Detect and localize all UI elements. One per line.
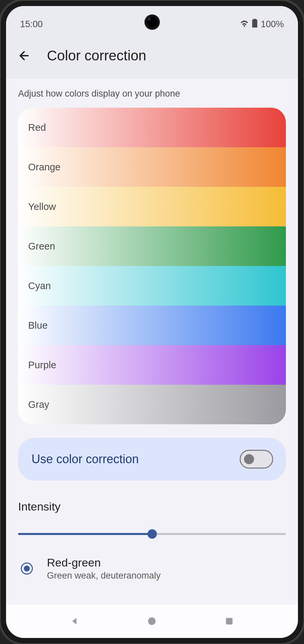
color-label: Blue	[28, 320, 48, 331]
nav-recent[interactable]	[219, 611, 239, 631]
phone-frame: 15:00 100% Color correction Adjust how c…	[0, 0, 304, 644]
option-subtitle: Green weak, deuteranomaly	[47, 571, 161, 581]
color-row-red: Red	[18, 108, 286, 147]
color-gradient	[18, 306, 286, 345]
color-gradient	[18, 266, 286, 306]
switch-thumb	[244, 454, 254, 464]
content[interactable]: Adjust how colors display on your phone …	[6, 78, 298, 604]
intensity-section: Intensity	[6, 481, 298, 546]
use-color-correction-row[interactable]: Use color correction	[18, 438, 286, 481]
color-label: Purple	[28, 360, 56, 371]
radio-red-green[interactable]	[21, 562, 33, 575]
color-gradient	[18, 345, 286, 385]
color-label: Red	[28, 122, 46, 133]
status-battery: 100%	[261, 19, 284, 30]
color-label: Gray	[28, 399, 49, 410]
color-row-orange: Orange	[18, 147, 286, 187]
color-gradient	[18, 385, 286, 424]
subtitle: Adjust how colors display on your phone	[6, 78, 298, 108]
slider-fill	[18, 533, 152, 535]
nav-home[interactable]	[142, 611, 162, 631]
status-right: 100%	[240, 19, 284, 30]
status-time: 15:00	[20, 19, 43, 30]
color-row-gray: Gray	[18, 385, 286, 424]
page-title: Color correction	[47, 48, 146, 64]
color-label: Orange	[28, 162, 61, 173]
back-button[interactable]	[16, 48, 32, 64]
color-label: Yellow	[28, 201, 56, 212]
battery-icon	[252, 19, 257, 30]
color-gradient	[18, 226, 286, 266]
color-preview-card: RedOrangeYellowGreenCyanBluePurpleGray	[18, 108, 286, 424]
intensity-label: Intensity	[18, 500, 286, 513]
slider-thumb	[147, 529, 157, 539]
color-row-cyan: Cyan	[18, 266, 286, 306]
option-text: Red-green Green weak, deuteranomaly	[47, 556, 161, 581]
color-row-yellow: Yellow	[18, 187, 286, 226]
front-camera	[145, 15, 159, 29]
toggle-label: Use color correction	[32, 452, 139, 466]
option-red-green[interactable]: Red-green Green weak, deuteranomaly	[6, 546, 298, 588]
option-title: Red-green	[47, 556, 161, 569]
use-color-correction-switch[interactable]	[240, 450, 273, 469]
nav-back[interactable]	[65, 611, 85, 631]
screen: 15:00 100% Color correction Adjust how c…	[6, 6, 298, 638]
color-gradient	[18, 108, 286, 147]
color-gradient	[18, 187, 286, 226]
intensity-slider[interactable]	[18, 529, 286, 539]
color-row-blue: Blue	[18, 306, 286, 345]
color-label: Green	[28, 241, 55, 252]
header: Color correction	[6, 36, 298, 78]
wifi-icon	[240, 19, 249, 30]
navigation-bar	[6, 604, 298, 638]
color-row-green: Green	[18, 226, 286, 266]
color-row-purple: Purple	[18, 345, 286, 385]
radio-dot	[24, 566, 30, 572]
color-label: Cyan	[28, 280, 51, 291]
svg-rect-1	[226, 618, 233, 625]
svg-point-0	[148, 618, 156, 625]
